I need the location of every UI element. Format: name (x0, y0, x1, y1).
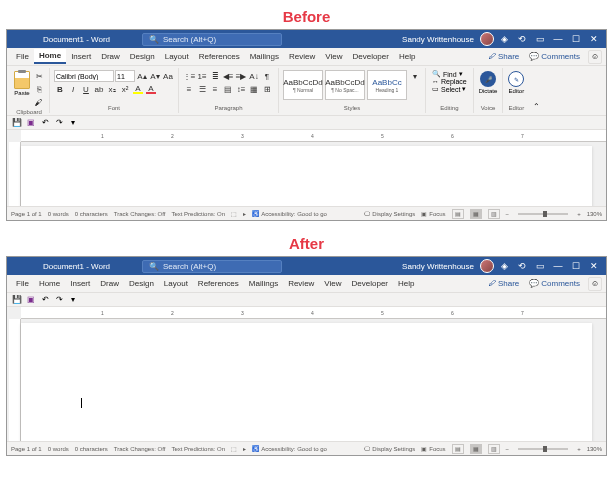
comments-button[interactable]: 💬 Comments (523, 279, 586, 288)
macro-icon[interactable]: ▸ (243, 210, 246, 217)
focus-mode[interactable]: ▣ Focus (421, 210, 445, 217)
read-mode-icon[interactable]: ▤ (452, 209, 464, 219)
replace-button[interactable]: ↔Replace (430, 78, 469, 85)
strike-button[interactable]: ab (93, 83, 105, 95)
change-case-icon[interactable]: Aa (162, 70, 174, 82)
qat-icon[interactable]: ▣ (25, 117, 37, 129)
avatar[interactable] (480, 32, 494, 46)
char-count[interactable]: 0 characters (75, 211, 108, 217)
track-changes[interactable]: Track Changes: Off (114, 446, 166, 452)
zoom-out-icon[interactable]: − (506, 446, 510, 452)
tab-references[interactable]: References (194, 50, 245, 63)
share-button[interactable]: 🖊 Share (484, 279, 524, 288)
save-icon[interactable]: 💾 (11, 294, 23, 306)
minimize-icon[interactable]: — (550, 31, 566, 47)
tab-draw[interactable]: Draw (96, 50, 125, 63)
style-normal[interactable]: AaBbCcDd ¶ Normal (283, 70, 323, 100)
horizontal-ruler[interactable]: 1 2 3 4 5 6 7 (21, 307, 606, 319)
minimize-icon[interactable]: — (550, 258, 566, 274)
vertical-ruler[interactable] (9, 319, 21, 441)
tab-design[interactable]: Design (125, 50, 160, 63)
read-mode-icon[interactable]: ▤ (452, 444, 464, 454)
word-count[interactable]: 0 words (48, 446, 69, 452)
paste-button[interactable]: Paste (13, 70, 31, 97)
dictate-button[interactable]: 🎤 Dictate (478, 70, 499, 95)
tab-insert[interactable]: Insert (66, 50, 96, 63)
styles-more-icon[interactable]: ▾ (409, 70, 421, 82)
tab-developer[interactable]: Developer (347, 277, 393, 290)
show-marks-icon[interactable]: ¶ (261, 70, 273, 82)
subscript-button[interactable]: x₂ (106, 83, 118, 95)
spacing-icon[interactable]: ↕≡ (235, 83, 247, 95)
tab-help[interactable]: Help (394, 50, 420, 63)
sort-icon[interactable]: A↓ (248, 70, 260, 82)
tab-insert[interactable]: Insert (65, 277, 95, 290)
macro-icon[interactable]: ▸ (243, 445, 246, 452)
collapse-ribbon-icon[interactable]: ⌃ (529, 99, 543, 113)
feedback-icon[interactable]: ☺ (588, 277, 602, 291)
zoom-in-icon[interactable]: + (577, 211, 581, 217)
text-predictions[interactable]: Text Predictions: On (171, 211, 225, 217)
tab-layout[interactable]: Layout (160, 50, 194, 63)
document-page[interactable] (21, 146, 592, 206)
comments-button[interactable]: 💬 Comments (523, 52, 586, 61)
sync-icon[interactable]: ⟲ (514, 258, 530, 274)
zoom-level[interactable]: 130% (587, 211, 602, 217)
zoom-slider[interactable] (518, 213, 568, 215)
align-left-icon[interactable]: ≡ (183, 83, 195, 95)
copy-icon[interactable]: ⎘ (33, 83, 45, 95)
italic-button[interactable]: I (67, 83, 79, 95)
tab-file[interactable]: File (11, 50, 34, 63)
decrease-font-icon[interactable]: A▾ (149, 70, 161, 82)
find-button[interactable]: 🔍Find ▾ (430, 70, 469, 78)
shading-icon[interactable]: ▦ (248, 83, 260, 95)
tab-draw[interactable]: Draw (95, 277, 124, 290)
borders-icon[interactable]: ⊞ (261, 83, 273, 95)
numbering-icon[interactable]: 1≡ (196, 70, 208, 82)
close-icon[interactable]: ✕ (586, 258, 602, 274)
editor-button[interactable]: ✎ Editor (507, 70, 525, 95)
tab-review[interactable]: Review (283, 277, 319, 290)
font-name-select[interactable] (54, 70, 114, 82)
text-predictions[interactable]: Text Predictions: On (171, 446, 225, 452)
zoom-in-icon[interactable]: + (577, 446, 581, 452)
diamond-icon[interactable]: ◈ (496, 258, 512, 274)
style-heading1[interactable]: AaBbCc Heading 1 (367, 70, 407, 100)
page-indicator[interactable]: Page 1 of 1 (11, 446, 42, 452)
tab-view[interactable]: View (319, 277, 346, 290)
undo-icon[interactable]: ↶ (39, 294, 51, 306)
tab-home[interactable]: Home (34, 49, 66, 64)
select-button[interactable]: ▭Select ▾ (430, 85, 469, 93)
maximize-icon[interactable]: ☐ (568, 258, 584, 274)
highlight-button[interactable]: A (132, 83, 144, 95)
accessibility[interactable]: ♿ Accessibility: Good to go (252, 210, 327, 217)
cut-icon[interactable]: ✂ (33, 70, 45, 82)
page-indicator[interactable]: Page 1 of 1 (11, 211, 42, 217)
diamond-icon[interactable]: ◈ (496, 31, 512, 47)
feedback-icon[interactable]: ☺ (588, 50, 602, 64)
share-button[interactable]: 🖊 Share (484, 52, 524, 61)
ribbon-options-icon[interactable]: ▭ (532, 31, 548, 47)
bold-button[interactable]: B (54, 83, 66, 95)
ribbon-options-icon[interactable]: ▭ (532, 258, 548, 274)
redo-icon[interactable]: ↷ (53, 117, 65, 129)
display-settings[interactable]: 🖵 Display Settings (364, 211, 415, 217)
zoom-level[interactable]: 130% (587, 446, 602, 452)
lang-icon[interactable]: ⬚ (231, 445, 237, 452)
undo-icon[interactable]: ↶ (39, 117, 51, 129)
web-layout-icon[interactable]: ▥ (488, 209, 500, 219)
vertical-ruler[interactable] (9, 142, 21, 206)
qat-more-icon[interactable]: ▾ (67, 294, 79, 306)
superscript-button[interactable]: x² (119, 83, 131, 95)
redo-icon[interactable]: ↷ (53, 294, 65, 306)
avatar[interactable] (480, 259, 494, 273)
tab-references[interactable]: References (193, 277, 244, 290)
focus-mode[interactable]: ▣ Focus (421, 445, 445, 452)
word-count[interactable]: 0 words (48, 211, 69, 217)
format-painter-icon[interactable]: 🖌 (33, 96, 45, 108)
tab-file[interactable]: File (11, 277, 34, 290)
maximize-icon[interactable]: ☐ (568, 31, 584, 47)
zoom-slider[interactable] (518, 448, 568, 450)
tab-mailings[interactable]: Mailings (245, 50, 284, 63)
tab-layout[interactable]: Layout (159, 277, 193, 290)
